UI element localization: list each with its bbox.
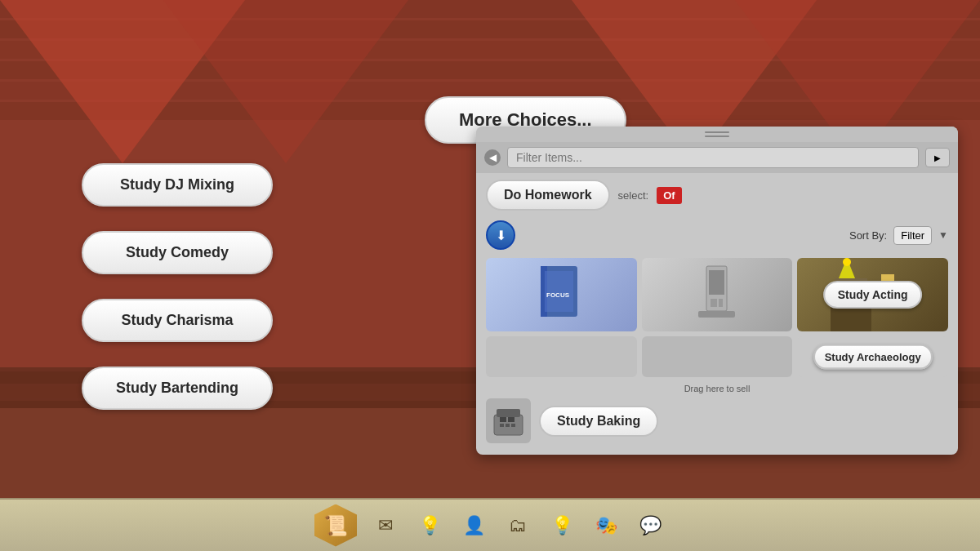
sort-row: ⬇ Sort By: Filter ▼ <box>476 217 958 253</box>
study-charisma-button[interactable]: Study Charisma <box>82 299 273 342</box>
taskbar-people-icon[interactable]: 👤 <box>458 510 489 541</box>
taskbar-chat-icon[interactable]: 💬 <box>635 510 666 541</box>
filter-bar: ◀ ▶ <box>476 142 958 173</box>
svg-rect-27 <box>719 299 723 307</box>
filter-back-button[interactable]: ◀ <box>484 149 501 166</box>
svg-rect-41 <box>511 424 515 427</box>
item-book-image: FOCUS <box>486 258 637 331</box>
bottom-item-row: Study Baking <box>476 395 958 447</box>
select-on-badge: Of <box>657 187 681 204</box>
taskbar: 📜 ✉ 💡 👤 🗂 💡 🎭 💬 <box>0 498 980 551</box>
svg-rect-37 <box>500 417 506 422</box>
handle-line-2 <box>705 136 729 137</box>
item-machine[interactable] <box>642 258 793 331</box>
svg-rect-25 <box>709 270 724 295</box>
taskbar-lightbulb-icon[interactable]: 💡 <box>414 510 445 541</box>
homework-button[interactable]: Do Homework <box>486 180 610 211</box>
toolbar-row: Do Homework select: Of <box>476 173 958 217</box>
sort-by-label: Sort By: <box>849 229 887 242</box>
svg-point-31 <box>843 258 851 266</box>
item-book[interactable]: FOCUS <box>486 258 637 331</box>
filter-input[interactable] <box>507 147 919 168</box>
study-baking-button[interactable]: Study Baking <box>539 406 658 437</box>
sort-dropdown[interactable]: Filter <box>893 226 932 245</box>
panel: ◀ ▶ Do Homework select: Of ⬇ Sort By: Fi… <box>476 127 958 455</box>
cash-register-image <box>486 398 531 443</box>
left-buttons-container: Study DJ Mixing Study Comedy Study Chari… <box>82 163 273 410</box>
filter-right-button[interactable]: ▶ <box>925 148 950 167</box>
items-grid-row1: FOCUS <box>476 253 958 336</box>
taskbar-hex-icon[interactable]: 📜 <box>314 504 357 547</box>
panel-handle[interactable] <box>476 127 958 142</box>
sort-arrow-icon[interactable]: ▼ <box>938 229 948 241</box>
handle-lines <box>705 131 729 137</box>
item-archaeology[interactable]: Study Archaeology <box>797 336 948 377</box>
study-bartending-button[interactable]: Study Bartending <box>82 367 273 410</box>
taskbar-mail-icon[interactable]: ✉ <box>370 510 401 541</box>
item-small-1[interactable] <box>486 336 637 377</box>
hex-icon-symbol: 📜 <box>323 514 348 537</box>
select-label: select: <box>618 189 649 202</box>
svg-text:FOCUS: FOCUS <box>546 291 570 299</box>
svg-rect-38 <box>508 417 514 422</box>
svg-rect-40 <box>506 424 510 427</box>
study-archaeology-button[interactable]: Study Archaeology <box>813 344 933 370</box>
study-dj-button[interactable]: Study DJ Mixing <box>82 163 273 207</box>
items-grid-row2: Study Archaeology <box>476 336 958 382</box>
item-acting[interactable]: Study Acting <box>797 258 948 331</box>
svg-rect-28 <box>698 311 735 318</box>
taskbar-folder-icon[interactable]: 🗂 <box>502 510 533 541</box>
download-icon[interactable]: ⬇ <box>486 220 515 250</box>
study-comedy-button[interactable]: Study Comedy <box>82 231 273 274</box>
handle-line-1 <box>705 131 729 133</box>
drag-text: Drag here to sell <box>476 382 958 395</box>
taskbar-emoji-icon[interactable]: 🎭 <box>590 510 621 541</box>
svg-rect-39 <box>500 424 504 427</box>
svg-rect-36 <box>497 409 520 417</box>
svg-rect-26 <box>710 299 717 307</box>
item-small-2[interactable] <box>642 336 793 377</box>
taskbar-idea-icon[interactable]: 💡 <box>546 510 577 541</box>
study-acting-button[interactable]: Study Acting <box>823 281 923 309</box>
item-machine-image <box>642 258 793 331</box>
